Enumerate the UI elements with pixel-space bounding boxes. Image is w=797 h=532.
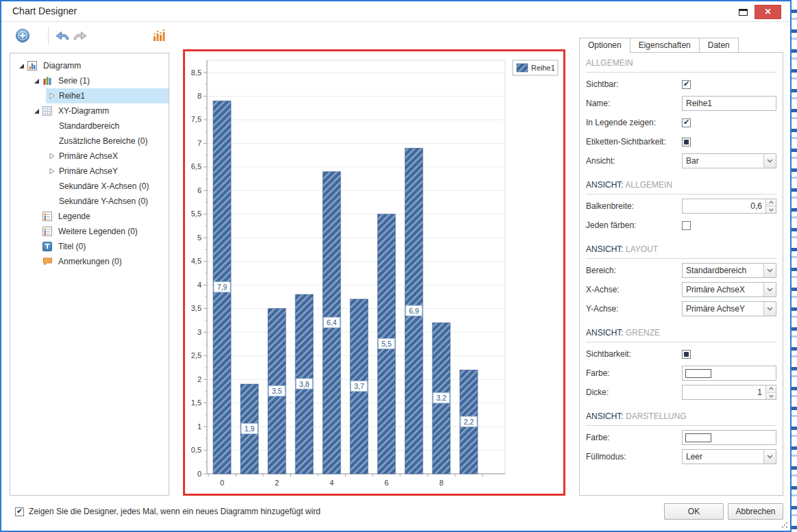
cancel-button[interactable]: Abbrechen bbox=[728, 503, 783, 520]
in-legende-zeigen-checkbox[interactable]: ✔ bbox=[682, 118, 691, 127]
spin-up-icon[interactable] bbox=[766, 385, 776, 393]
tree-item-xy-diagramm[interactable]: XY-Diagramm bbox=[10, 103, 169, 118]
add-series-button[interactable] bbox=[14, 27, 32, 45]
section-header-ansicht-grenze: ANSICHT: GRENZE bbox=[586, 328, 776, 342]
show-designer-label: Zeigen Sie die Designer, jedes Mal, wenn… bbox=[29, 507, 321, 516]
tree-item-serie-1[interactable]: Serie (1) bbox=[10, 73, 169, 88]
color-swatch[interactable] bbox=[685, 369, 711, 378]
property-label: Dicke: bbox=[586, 388, 682, 397]
expander-spacer bbox=[46, 121, 57, 131]
expand-arrow-icon[interactable] bbox=[46, 90, 57, 101]
svg-text:7,5: 7,5 bbox=[191, 115, 201, 123]
show-designer-checkbox[interactable]: ✔ bbox=[15, 507, 24, 516]
tree-item-sekundäre-y-achsen-0[interactable]: Sekundäre Y-Achsen (0) bbox=[10, 194, 169, 209]
collapse-arrow-icon[interactable] bbox=[31, 105, 42, 116]
expand-arrow-icon[interactable] bbox=[46, 166, 57, 177]
ansicht-dropdown-field[interactable]: Bar bbox=[682, 153, 776, 168]
tree-item-titel-0[interactable]: Titel (0) bbox=[10, 239, 169, 254]
property-row-y-achse: Y-Achse:Primäre AchseY bbox=[586, 301, 776, 316]
redo-button[interactable] bbox=[71, 27, 89, 45]
property-row-sichtbarkeit: Sichtbarkeit: bbox=[586, 346, 776, 362]
property-row-bereich: Bereich:Standardbereich bbox=[586, 263, 776, 278]
jeden-färben-checkbox[interactable] bbox=[682, 221, 691, 230]
chevron-down-icon[interactable] bbox=[763, 154, 776, 168]
property-label: X-Achse: bbox=[586, 285, 682, 294]
y-achse-dropdown-field[interactable]: Primäre AchseY bbox=[682, 301, 776, 316]
close-button[interactable]: ✕ bbox=[755, 5, 781, 19]
property-row-dicke: Dicke:1 bbox=[586, 385, 776, 400]
tree-item-sekundäre-x-achsen-0[interactable]: Sekundäre X-Achsen (0) bbox=[10, 179, 169, 194]
properties-tabs: Optionen Eigenschaften Daten bbox=[579, 38, 739, 53]
spin-down-icon[interactable] bbox=[766, 207, 776, 214]
dicke-spin-field[interactable]: 1 bbox=[682, 385, 776, 400]
resize-grip[interactable] bbox=[781, 522, 788, 529]
spin-up-icon[interactable] bbox=[766, 199, 776, 207]
tree-item-weitere-legenden-0[interactable]: Weitere Legenden (0) bbox=[10, 224, 169, 239]
chart-legend[interactable]: Reihe1 bbox=[513, 60, 558, 75]
spin-down-icon[interactable] bbox=[766, 393, 776, 400]
titlebar[interactable]: Chart Designer ✕ bbox=[1, 1, 790, 22]
collapse-arrow-icon[interactable] bbox=[31, 75, 42, 86]
farbe-color-field[interactable] bbox=[682, 366, 776, 381]
tree-item-zusätzliche-bereiche-0[interactable]: Zusätzliche Bereiche (0) bbox=[10, 134, 169, 149]
tree-item-legende[interactable]: Legende bbox=[10, 209, 169, 224]
etiketten-sichtbarkeit-checkbox[interactable] bbox=[682, 138, 691, 147]
tree-item-standardbereich[interactable]: Standardbereich bbox=[10, 118, 169, 134]
tree-item-reihe1[interactable]: Reihe1 bbox=[10, 88, 169, 103]
sichtbar-checkbox[interactable]: ✔ bbox=[682, 80, 691, 89]
collapse-arrow-icon[interactable] bbox=[16, 60, 27, 71]
svg-text:0,5: 0,5 bbox=[191, 446, 201, 454]
bereich-dropdown-field[interactable]: Standardbereich bbox=[682, 263, 776, 278]
farbe-color-field[interactable] bbox=[682, 430, 776, 445]
name-text-field[interactable]: Reihe1 bbox=[682, 96, 776, 111]
chart-type-button[interactable] bbox=[150, 27, 168, 45]
tree-item-anmerkungen-0[interactable]: Anmerkungen (0) bbox=[10, 254, 169, 269]
tree-item-label: Primäre AchseY bbox=[57, 166, 120, 176]
property-row-farbe: Farbe: bbox=[586, 430, 776, 445]
chart-preview[interactable]: 00,511,522,533,544,555,566,577,588,50246… bbox=[183, 49, 565, 496]
tree-item-label: Sekundäre X-Achsen (0) bbox=[57, 181, 151, 191]
tab-daten[interactable]: Daten bbox=[700, 38, 739, 53]
svg-text:6: 6 bbox=[197, 186, 201, 194]
field-value: 0,6 bbox=[683, 201, 765, 211]
expander-spacer bbox=[31, 211, 42, 222]
property-row-füllmodus: Füllmodus:Leer bbox=[586, 449, 776, 464]
tree-item-primäre-achsex[interactable]: Primäre AchseX bbox=[10, 149, 169, 164]
expander-spacer bbox=[46, 181, 57, 192]
property-label: Farbe: bbox=[586, 433, 682, 442]
ok-button[interactable]: OK bbox=[664, 503, 724, 520]
chevron-down-icon[interactable] bbox=[763, 283, 776, 296]
expand-arrow-icon[interactable] bbox=[46, 151, 57, 162]
tree-item-primäre-achsey[interactable]: Primäre AchseY bbox=[10, 164, 169, 179]
svg-text:6,5: 6,5 bbox=[191, 162, 201, 170]
property-label: Farbe: bbox=[586, 368, 682, 378]
balkenbreite-spin-field[interactable]: 0,6 bbox=[682, 199, 776, 214]
bar-chart-svg: 00,511,522,533,544,555,566,577,588,50246… bbox=[185, 51, 563, 494]
svg-text:4: 4 bbox=[330, 479, 334, 487]
füllmodus-dropdown-field[interactable]: Leer bbox=[682, 449, 776, 464]
field-value: Primäre AchseY bbox=[683, 304, 763, 314]
tree-item-label: Reihe1 bbox=[57, 91, 87, 101]
restore-icon[interactable] bbox=[739, 9, 748, 16]
undo-button[interactable] bbox=[53, 27, 71, 45]
tab-optionen[interactable]: Optionen bbox=[579, 38, 630, 53]
svg-text:8: 8 bbox=[439, 479, 443, 487]
sichtbarkeit-checkbox[interactable] bbox=[682, 350, 691, 359]
svg-text:6: 6 bbox=[384, 479, 389, 487]
chevron-down-icon[interactable] bbox=[763, 302, 776, 316]
chevron-down-icon[interactable] bbox=[763, 450, 776, 464]
section-header-ansicht-allgemein: ANSICHT: ALLGEMEIN bbox=[586, 180, 776, 194]
series-icon bbox=[42, 75, 53, 86]
tree-item-diagramm[interactable]: Diagramm bbox=[10, 58, 169, 73]
svg-text:0: 0 bbox=[197, 470, 201, 478]
grid-icon bbox=[42, 105, 53, 116]
chart-structure-tree: DiagrammSerie (1)Reihe1XY-DiagrammStanda… bbox=[10, 53, 169, 496]
field-value: Primäre AchseX bbox=[683, 285, 763, 294]
field-value: Reihe1 bbox=[683, 99, 776, 108]
property-label: Balkenbreite: bbox=[586, 201, 682, 211]
tab-eigenschaften[interactable]: Eigenschaften bbox=[630, 38, 700, 53]
x-achse-dropdown-field[interactable]: Primäre AchseX bbox=[682, 282, 776, 297]
section-header-ansicht-layout: ANSICHT: LAYOUT bbox=[586, 244, 776, 259]
chevron-down-icon[interactable] bbox=[763, 264, 776, 277]
color-swatch[interactable] bbox=[685, 433, 711, 442]
